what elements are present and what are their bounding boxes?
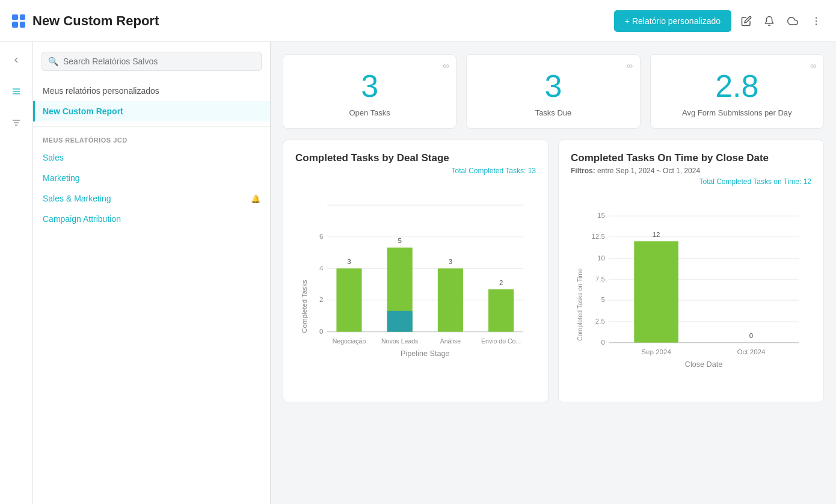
- divider: [33, 126, 270, 127]
- bell-icon: [764, 16, 775, 26]
- svg-text:Oct 2024: Oct 2024: [737, 348, 766, 355]
- bell-small-icon: 🔔: [251, 194, 260, 203]
- app-logo: [12, 14, 25, 28]
- edit-icon: [741, 16, 752, 26]
- nav-item-marketing[interactable]: Marketing: [33, 168, 270, 188]
- svg-text:Análise: Análise: [440, 337, 461, 345]
- header-left: New Custom Report: [12, 13, 159, 29]
- nav-item-sales[interactable]: Sales: [33, 147, 270, 168]
- svg-text:Envio do Co...: Envio do Co...: [481, 337, 521, 345]
- nav-item-campaign-attribution[interactable]: Campaign Attribution: [33, 209, 270, 229]
- chart2-filter: Filtros: entre Sep 1, 2024 ~ Oct 1, 2024: [571, 167, 811, 175]
- svg-text:2.5: 2.5: [595, 318, 605, 325]
- my-reports-header: Meus relatórios personalizados: [33, 81, 270, 101]
- svg-point-0: [816, 17, 817, 18]
- sidebar: [0, 42, 33, 504]
- add-report-button[interactable]: + Relatório personalizado: [614, 10, 731, 32]
- main-content: ∞ 3 Open Tasks ∞ 3 Tasks Due ∞ 2.8 Avg F…: [271, 42, 836, 504]
- cloud-icon: [787, 16, 799, 26]
- metric-value-avg-form: 2.8: [660, 69, 814, 103]
- list-icon: [11, 87, 21, 96]
- chart2-total: Total Completed Tasks on Time: 12: [571, 177, 811, 186]
- svg-text:6: 6: [319, 233, 323, 240]
- more-menu-button[interactable]: [808, 13, 824, 29]
- svg-text:5: 5: [398, 237, 401, 244]
- svg-text:3: 3: [449, 258, 452, 265]
- filter-icon: [11, 118, 21, 128]
- bar-envio: [488, 289, 514, 332]
- search-input[interactable]: [63, 57, 255, 66]
- svg-text:0: 0: [319, 328, 323, 335]
- metric-card-tasks-due: ∞ 3 Tasks Due: [466, 54, 640, 129]
- section-label-jcd: MEUS RELATÓRIOS JCD: [33, 132, 270, 147]
- header-right: + Relatório personalizado: [614, 10, 824, 32]
- svg-text:7.5: 7.5: [595, 275, 605, 283]
- svg-text:2: 2: [319, 296, 323, 303]
- svg-text:4: 4: [319, 265, 324, 272]
- left-panel: 🔍 Meus relatórios personalizados New Cus…: [33, 42, 271, 504]
- svg-point-1: [816, 20, 817, 21]
- metric-value-tasks-due: 3: [476, 69, 630, 103]
- chart-card-close-date: Completed Tasks On Time by Close Date Fi…: [558, 140, 824, 402]
- chart1-svg: Completed Tasks 0 2 4 6: [295, 180, 536, 376]
- charts-row: Completed Tasks by Deal Stage Total Comp…: [283, 140, 824, 402]
- svg-text:5: 5: [601, 296, 604, 303]
- bar-novos-leads-teal: [387, 311, 413, 332]
- svg-text:3: 3: [347, 258, 351, 265]
- search-box: 🔍: [41, 52, 262, 71]
- chart1-total: Total Completed Tasks: 13: [295, 167, 536, 175]
- bar-analise: [438, 269, 463, 332]
- metric-card-avg-form: ∞ 2.8 Avg Form Submissions per Day: [650, 54, 824, 129]
- svg-text:Negociação: Negociação: [333, 337, 366, 345]
- chart1-title: Completed Tasks by Deal Stage: [295, 152, 536, 164]
- metric-card-open-tasks: ∞ 3 Open Tasks: [283, 54, 456, 129]
- svg-point-2: [816, 23, 817, 25]
- nav-item-sales-marketing[interactable]: Sales & Marketing 🔔: [33, 188, 270, 209]
- chart1-container: Completed Tasks 0 2 4 6: [295, 180, 536, 378]
- svg-text:2: 2: [499, 279, 503, 286]
- bar-sep2024: [634, 241, 678, 342]
- chart-card-deal-stage: Completed Tasks by Deal Stage Total Comp…: [283, 140, 549, 402]
- chart2-svg: Completed Tasks on Time 0 2.5 5 7: [571, 191, 811, 387]
- chart2-container: Completed Tasks on Time 0 2.5 5 7: [571, 191, 811, 389]
- metric-menu-avg-form[interactable]: ∞: [810, 61, 816, 70]
- nav-item-new-custom-report[interactable]: New Custom Report: [33, 101, 270, 121]
- svg-text:12.5: 12.5: [591, 233, 605, 240]
- svg-text:Completed Tasks: Completed Tasks: [301, 280, 308, 333]
- metric-menu-open-tasks[interactable]: ∞: [443, 61, 449, 70]
- svg-text:Sep 2024: Sep 2024: [641, 348, 671, 355]
- svg-text:10: 10: [597, 254, 605, 262]
- svg-text:0: 0: [601, 339, 604, 346]
- search-icon: 🔍: [48, 57, 58, 66]
- sidebar-filter-button[interactable]: [8, 114, 25, 134]
- sidebar-list-button[interactable]: [8, 83, 25, 102]
- chevron-left-icon: [11, 55, 21, 65]
- metric-label-tasks-due: Tasks Due: [476, 108, 630, 117]
- page-title: New Custom Report: [32, 13, 159, 29]
- svg-text:Close Date: Close Date: [685, 360, 722, 369]
- svg-text:Pipeline Stage: Pipeline Stage: [401, 349, 449, 358]
- svg-text:0: 0: [749, 332, 753, 339]
- more-icon: [811, 16, 822, 26]
- svg-text:Novos Leads: Novos Leads: [381, 337, 418, 345]
- metric-value-open-tasks: 3: [293, 69, 446, 103]
- svg-text:Completed Tasks on Time: Completed Tasks on Time: [576, 268, 583, 341]
- cloud-button[interactable]: [784, 13, 801, 29]
- notification-button[interactable]: [761, 13, 777, 29]
- metric-label-avg-form: Avg Form Submissions per Day: [660, 108, 814, 117]
- edit-button[interactable]: [739, 13, 754, 29]
- bar-negociacao: [336, 269, 361, 332]
- sidebar-collapse-button[interactable]: [8, 52, 25, 71]
- svg-text:12: 12: [653, 231, 660, 238]
- metric-menu-tasks-due[interactable]: ∞: [627, 61, 633, 70]
- metric-label-open-tasks: Open Tasks: [293, 108, 446, 117]
- metrics-row: ∞ 3 Open Tasks ∞ 3 Tasks Due ∞ 2.8 Avg F…: [283, 54, 824, 129]
- svg-text:15: 15: [597, 212, 605, 219]
- chart2-title: Completed Tasks On Time by Close Date: [571, 152, 811, 164]
